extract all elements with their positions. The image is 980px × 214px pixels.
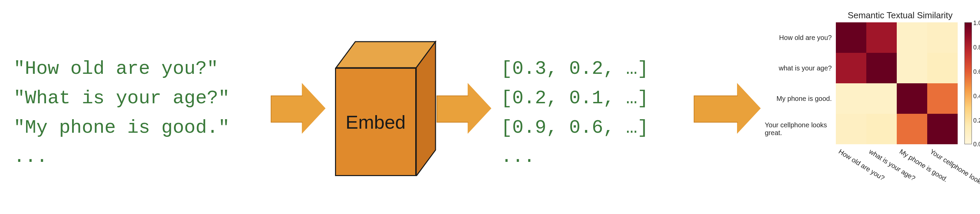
colorbar-tick-1.0: 1.0 bbox=[973, 20, 980, 27]
similarity-heatmap-panel: Semantic Textual Similarity How old are … bbox=[765, 10, 980, 203]
heatmap-cell bbox=[927, 53, 958, 83]
heatmap-cell bbox=[897, 22, 927, 53]
colorbar-tick-0.4: 0.4 bbox=[973, 93, 980, 100]
output-vectors-block: [0.3, 0.2, …] [0.2, 0.1, …] [0.9, 0.6, …… bbox=[501, 54, 690, 172]
heatmap-cell bbox=[897, 53, 927, 83]
pipeline-diagram: "How old are you?" "What is your age?" "… bbox=[0, 0, 980, 214]
output-vector-0: [0.3, 0.2, …] bbox=[501, 54, 690, 84]
embed-model-cube: Embed bbox=[335, 41, 436, 176]
colorbar-tick-0.0: 0.0 bbox=[973, 141, 980, 148]
input-sentence-0: "How old are you?" bbox=[14, 54, 264, 84]
output-vector-1: [0.2, 0.1, …] bbox=[501, 84, 690, 113]
heatmap-title: Semantic Textual Similarity bbox=[839, 10, 961, 21]
heatmap-cell bbox=[897, 114, 927, 144]
input-sentences-block: "How old are you?" "What is your age?" "… bbox=[14, 54, 264, 172]
embed-label: Embed bbox=[335, 68, 416, 176]
heatmap-cell bbox=[836, 22, 866, 53]
output-vector-2: [0.9, 0.6, …] bbox=[501, 113, 690, 142]
y-label-2: My phone is good. bbox=[765, 83, 835, 114]
input-sentence-1: "What is your age?" bbox=[14, 84, 264, 113]
y-label-3: Your cellphone looks great. bbox=[765, 114, 835, 144]
heatmap-cell bbox=[927, 83, 958, 114]
y-label-0: How old are you? bbox=[765, 22, 835, 53]
heatmap-grid bbox=[836, 22, 958, 144]
input-sentence-2: "My phone is good." bbox=[14, 113, 264, 142]
heatmap-cell bbox=[866, 22, 897, 53]
output-vector-ellipsis: ... bbox=[501, 142, 690, 172]
arrow-icon bbox=[694, 83, 761, 134]
colorbar-tick-0.8: 0.8 bbox=[973, 44, 980, 51]
heatmap-cell bbox=[897, 83, 927, 114]
heatmap-cell bbox=[836, 83, 866, 114]
colorbar-tick-0.2: 0.2 bbox=[973, 117, 980, 124]
heatmap-cell bbox=[927, 114, 958, 144]
heatmap-cell bbox=[866, 114, 897, 144]
input-sentence-ellipsis: ... bbox=[14, 142, 264, 172]
colorbar-tick-0.6: 0.6 bbox=[973, 69, 980, 75]
heatmap-y-axis-labels: How old are you? what is your age? My ph… bbox=[765, 22, 835, 144]
heatmap-cell bbox=[866, 53, 897, 83]
y-label-1: what is your age? bbox=[765, 53, 835, 83]
heatmap-x-axis-labels: How old are you? what is your age? My ph… bbox=[836, 145, 958, 203]
heatmap-cell bbox=[866, 83, 897, 114]
heatmap-cell bbox=[836, 53, 866, 83]
arrow-icon bbox=[271, 83, 325, 134]
heatmap-cell bbox=[836, 114, 866, 144]
heatmap-cell bbox=[927, 22, 958, 53]
colorbar bbox=[964, 22, 972, 144]
arrow-icon bbox=[436, 83, 491, 134]
